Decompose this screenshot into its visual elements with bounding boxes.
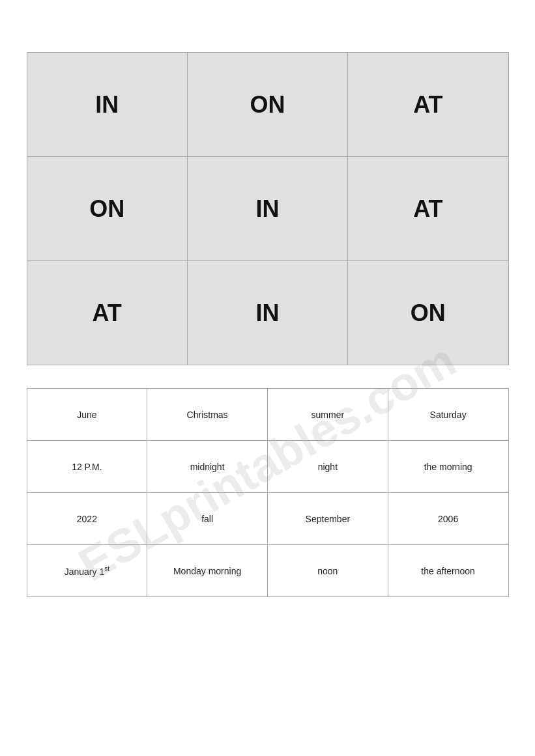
ref-cell-0-0[interactable]: June xyxy=(27,389,147,441)
ref-cell-0-3[interactable]: Saturday xyxy=(388,389,508,441)
ttt-cell-2-2[interactable]: ON xyxy=(348,261,508,365)
ref-cell-0-1[interactable]: Christmas xyxy=(147,389,268,441)
ttt-cell-2-1[interactable]: IN xyxy=(187,261,347,365)
ref-cell-3-1[interactable]: Monday morning xyxy=(147,545,268,597)
ref-cell-3-2[interactable]: noon xyxy=(267,545,388,597)
ttt-cell-0-2[interactable]: AT xyxy=(348,53,508,157)
ref-table: JuneChristmassummerSaturday12 P.M.midnig… xyxy=(27,388,509,597)
ref-cell-0-2[interactable]: summer xyxy=(267,389,388,441)
ref-cell-2-3[interactable]: 2006 xyxy=(388,493,508,545)
ref-cell-2-2[interactable]: September xyxy=(267,493,388,545)
ttt-cell-2-0[interactable]: AT xyxy=(27,261,187,365)
ttt-cell-1-0[interactable]: ON xyxy=(27,157,187,261)
ref-cell-2-1[interactable]: fall xyxy=(147,493,268,545)
ref-cell-1-1[interactable]: midnight xyxy=(147,441,268,493)
ref-cell-1-0[interactable]: 12 P.M. xyxy=(27,441,147,493)
ttt-cell-1-1[interactable]: IN xyxy=(187,157,347,261)
ref-cell-1-3[interactable]: the morning xyxy=(388,441,508,493)
ref-cell-1-2[interactable]: night xyxy=(267,441,388,493)
ref-cell-3-3[interactable]: the afternoon xyxy=(388,545,508,597)
ref-cell-2-0[interactable]: 2022 xyxy=(27,493,147,545)
ttt-cell-1-2[interactable]: AT xyxy=(348,157,508,261)
page-wrapper: INONATONINATATINON JuneChristmassummerSa… xyxy=(0,20,535,756)
ttt-grid: INONATONINATATINON xyxy=(27,52,509,365)
ref-cell-3-0[interactable]: January 1st xyxy=(27,545,147,597)
ttt-cell-0-1[interactable]: ON xyxy=(187,53,347,157)
ttt-cell-0-0[interactable]: IN xyxy=(27,53,187,157)
